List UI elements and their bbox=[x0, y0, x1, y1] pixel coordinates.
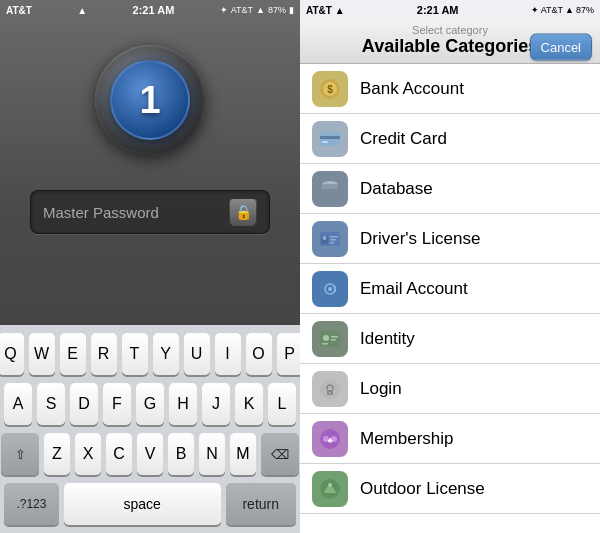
svg-rect-4 bbox=[320, 136, 340, 139]
app-logo-area: 1 bbox=[90, 40, 210, 160]
space-key[interactable]: space bbox=[64, 483, 221, 525]
carrier2-left: AT&T bbox=[231, 5, 253, 15]
bank-account-label: Bank Account bbox=[360, 79, 464, 99]
list-item-login[interactable]: Login bbox=[300, 364, 600, 414]
svg-text:♣: ♣ bbox=[327, 436, 333, 445]
key-r[interactable]: R bbox=[91, 333, 117, 375]
key-m[interactable]: M bbox=[230, 433, 256, 475]
drivers-license-icon bbox=[312, 221, 348, 257]
key-d[interactable]: D bbox=[70, 383, 98, 425]
left-panel: AT&T ▲ 2:21 AM ✦ AT&T ▲ 87% ▮ 1 Master P… bbox=[0, 0, 300, 533]
list-item-credit-card[interactable]: Credit Card bbox=[300, 114, 600, 164]
svg-point-24 bbox=[329, 392, 331, 394]
nav-title: Available Categories bbox=[362, 36, 538, 57]
wifi2-left: ▲ bbox=[256, 5, 265, 15]
svg-rect-20 bbox=[331, 339, 336, 341]
key-w[interactable]: W bbox=[29, 333, 55, 375]
return-key[interactable]: return bbox=[226, 483, 297, 525]
key-u[interactable]: U bbox=[184, 333, 210, 375]
database-label: Database bbox=[360, 179, 433, 199]
key-e[interactable]: E bbox=[60, 333, 86, 375]
master-password-field[interactable]: Master Password 🔒 bbox=[30, 190, 270, 234]
membership-icon: ♣ bbox=[312, 421, 348, 457]
key-o[interactable]: O bbox=[246, 333, 272, 375]
list-item-drivers-license[interactable]: Driver's License bbox=[300, 214, 600, 264]
key-p[interactable]: P bbox=[277, 333, 301, 375]
svg-point-15 bbox=[328, 287, 332, 291]
key-t[interactable]: T bbox=[122, 333, 148, 375]
lock-icon-button[interactable]: 🔒 bbox=[229, 198, 257, 226]
time-left: 2:21 AM bbox=[133, 4, 175, 16]
database-icon bbox=[312, 171, 348, 207]
svg-rect-10 bbox=[330, 236, 338, 238]
keyboard-row-3: ⇧ Z X C V B N M ⌫ bbox=[4, 433, 296, 475]
carrier-left: AT&T bbox=[6, 5, 32, 16]
svg-point-9 bbox=[323, 236, 327, 240]
key-n[interactable]: N bbox=[199, 433, 225, 475]
svg-point-18 bbox=[323, 335, 329, 341]
key-j[interactable]: J bbox=[202, 383, 230, 425]
key-b[interactable]: B bbox=[168, 433, 194, 475]
status-bar-left: AT&T ▲ 2:21 AM ✦ AT&T ▲ 87% ▮ bbox=[0, 0, 300, 20]
identity-label: Identity bbox=[360, 329, 415, 349]
svg-rect-17 bbox=[320, 331, 340, 347]
category-list: $ Bank Account Credit Card bbox=[300, 64, 600, 533]
cancel-button[interactable]: Cancel bbox=[530, 33, 592, 60]
time-right: 2:21 AM bbox=[417, 4, 459, 16]
navigation-bar: Select category Available Categories Can… bbox=[300, 20, 600, 64]
keyboard[interactable]: Q W E R T Y U I O P A S D F G H J K L ⇧ … bbox=[0, 325, 300, 533]
list-item-outdoor-license[interactable]: Outdoor License bbox=[300, 464, 600, 514]
numbers-key[interactable]: .?123 bbox=[4, 483, 59, 525]
key-y[interactable]: Y bbox=[153, 333, 179, 375]
key-g[interactable]: G bbox=[136, 383, 164, 425]
list-item-bank-account[interactable]: $ Bank Account bbox=[300, 64, 600, 114]
logo-inner-circle: 1 bbox=[110, 60, 190, 140]
key-k[interactable]: K bbox=[235, 383, 263, 425]
key-v[interactable]: V bbox=[137, 433, 163, 475]
shift-key[interactable]: ⇧ bbox=[1, 433, 39, 475]
key-i[interactable]: I bbox=[215, 333, 241, 375]
right-panel: AT&T ▲ 2:21 AM ✦ AT&T ▲ 87% Select categ… bbox=[300, 0, 600, 533]
password-placeholder: Master Password bbox=[43, 204, 159, 221]
key-x[interactable]: X bbox=[75, 433, 101, 475]
key-f[interactable]: F bbox=[103, 383, 131, 425]
password-field-container[interactable]: Master Password 🔒 bbox=[30, 190, 270, 234]
bluetooth-icon-right: ✦ bbox=[531, 5, 539, 15]
login-label: Login bbox=[360, 379, 402, 399]
list-item-identity[interactable]: Identity bbox=[300, 314, 600, 364]
svg-text:$: $ bbox=[327, 84, 333, 95]
logo-outer-ring: 1 bbox=[95, 45, 205, 155]
key-s[interactable]: S bbox=[37, 383, 65, 425]
carrier-right: AT&T ▲ bbox=[306, 5, 345, 16]
key-q[interactable]: Q bbox=[0, 333, 24, 375]
key-h[interactable]: H bbox=[169, 383, 197, 425]
battery-icons-left: ✦ AT&T ▲ 87% ▮ bbox=[220, 5, 294, 15]
credit-card-icon bbox=[312, 121, 348, 157]
membership-label: Membership bbox=[360, 429, 454, 449]
drivers-license-label: Driver's License bbox=[360, 229, 480, 249]
bluetooth-icon-left: ✦ bbox=[220, 5, 228, 15]
wifi-icon-right: ▲ bbox=[565, 5, 574, 15]
outdoor-license-icon bbox=[312, 471, 348, 507]
key-l[interactable]: L bbox=[268, 383, 296, 425]
svg-rect-5 bbox=[322, 141, 328, 143]
key-a[interactable]: A bbox=[4, 383, 32, 425]
bank-account-icon: $ bbox=[312, 71, 348, 107]
battery-icon-left: ▮ bbox=[289, 5, 294, 15]
list-item-database[interactable]: Database bbox=[300, 164, 600, 214]
status-bar-right: AT&T ▲ 2:21 AM ✦ AT&T ▲ 87% bbox=[300, 0, 600, 20]
delete-key[interactable]: ⌫ bbox=[261, 433, 299, 475]
key-z[interactable]: Z bbox=[44, 433, 70, 475]
credit-card-label: Credit Card bbox=[360, 129, 447, 149]
email-account-label: Email Account bbox=[360, 279, 468, 299]
keyboard-bottom-row: .?123 space return bbox=[4, 483, 296, 525]
login-icon bbox=[312, 371, 348, 407]
keyboard-row-1: Q W E R T Y U I O P bbox=[4, 333, 296, 375]
nav-subtitle: Select category bbox=[412, 24, 488, 36]
list-item-membership[interactable]: ♣ Membership bbox=[300, 414, 600, 464]
key-c[interactable]: C bbox=[106, 433, 132, 475]
carrier2-right: AT&T bbox=[541, 5, 563, 15]
svg-rect-21 bbox=[322, 343, 328, 345]
list-item-email-account[interactable]: Email Account bbox=[300, 264, 600, 314]
svg-rect-19 bbox=[331, 336, 338, 338]
